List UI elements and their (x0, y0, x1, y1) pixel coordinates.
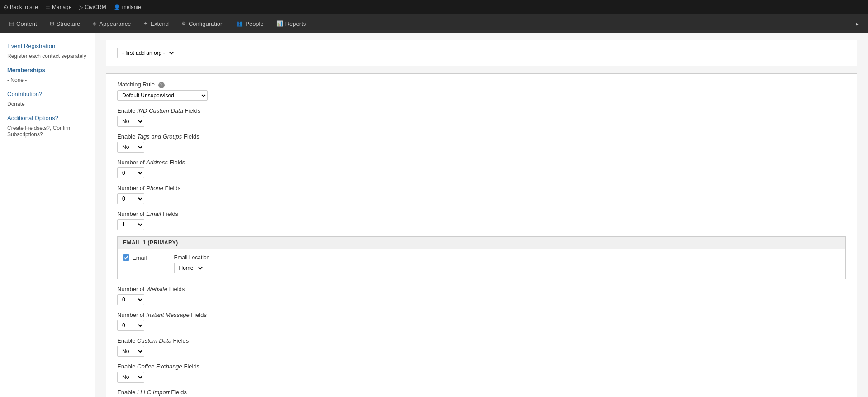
main-nav: ▤ Content ⊞ Structure ◈ Appearance ✦ Ext… (0, 14, 868, 33)
email-checkbox-label: Email (132, 254, 147, 261)
user-label: melanie (122, 4, 141, 10)
manage-menu[interactable]: ☰ Manage (45, 4, 71, 10)
enable-custom-data-select[interactable]: NoYes (117, 346, 144, 357)
matching-rule-label: Matching Rule ? (117, 81, 846, 88)
memberships-sub-label: - None - (7, 77, 27, 83)
civicrm-menu[interactable]: ▷ CiviCRM (79, 4, 106, 10)
num-website-select[interactable]: 012 (117, 294, 144, 305)
back-to-site[interactable]: ⊙ Back to site (4, 4, 38, 10)
email-location-select[interactable]: Home Work Other (174, 263, 204, 273)
email-location-group: Email Location Home Work Other (174, 254, 210, 273)
nav-content-label: Content (16, 20, 37, 27)
sidebar-item-contribution[interactable]: Contribution? (0, 88, 95, 100)
enable-ind-custom-group: Enable IND Custom Data Fields No Yes (117, 107, 846, 127)
num-phone-group: Number of Phone Fields 0123 (117, 185, 846, 204)
sidebar-additional-options-sub: Create Fieldsets?, Confirm Subscriptions… (0, 124, 95, 139)
additional-options-label: Additional Options? (7, 115, 58, 121)
num-email-group: Number of Email Fields 0123 (117, 210, 846, 230)
nav-right-toggle[interactable]: ▸ (850, 14, 864, 33)
num-email-select[interactable]: 0123 (117, 219, 144, 230)
home-icon: ⊙ (4, 4, 8, 10)
enable-custom-data-group: Enable Custom Data Fields NoYes (117, 337, 846, 357)
civicrm-label: CiviCRM (85, 4, 106, 10)
nav-extend-label: Extend (150, 20, 168, 27)
org-dropdown[interactable]: - first add an org - (117, 48, 175, 58)
form-area: Matching Rule ? Default Unsupervised Sup… (106, 73, 857, 397)
sidebar-event-registration-sub: Register each contact separately (0, 52, 95, 60)
enable-tags-groups-group: Enable Tags and Groups Fields No Yes (117, 133, 846, 153)
sidebar-item-event-registration[interactable]: Event Registration (0, 40, 95, 52)
admin-bar: ⊙ Back to site ☰ Manage ▷ CiviCRM 👤 mela… (0, 0, 868, 14)
enable-lllc-import-label: Enable LLLC Import Fields (117, 389, 846, 396)
email-section-title: EMAIL 1 (PRIMARY) (123, 239, 178, 246)
user-icon: 👤 (114, 4, 120, 10)
enable-coffee-exchange-select[interactable]: NoYes (117, 372, 144, 383)
appearance-icon: ◈ (93, 20, 97, 27)
content-icon: ▤ (9, 20, 14, 27)
contribution-label: Contribution? (7, 91, 42, 97)
num-address-group: Number of Address Fields 0123 (117, 159, 846, 178)
num-phone-select[interactable]: 0123 (117, 193, 144, 204)
contribution-sub-label: Donate (7, 101, 25, 107)
people-icon: 👥 (236, 20, 243, 27)
num-instant-message-group: Number of Instant Message Fields 012 (117, 311, 846, 331)
email-section-body: Email Email Location Home Work Other (118, 249, 845, 279)
event-registration-label: Event Registration (7, 43, 55, 49)
num-instant-message-label: Number of Instant Message Fields (117, 311, 846, 318)
email-section-header: EMAIL 1 (PRIMARY) (118, 237, 845, 249)
org-dropdown-area: - first add an org - (106, 40, 857, 66)
nav-people-label: People (245, 20, 263, 27)
num-email-label: Number of Email Fields (117, 210, 846, 217)
nav-content[interactable]: ▤ Content (4, 14, 43, 33)
num-instant-message-select[interactable]: 012 (117, 320, 144, 331)
extend-icon: ✦ (143, 20, 148, 27)
event-registration-sub-label: Register each contact separately (7, 53, 86, 59)
memberships-label: Memberships (7, 67, 45, 73)
enable-tags-groups-select[interactable]: No Yes (117, 142, 144, 153)
structure-icon: ⊞ (50, 20, 54, 27)
num-website-group: Number of Website Fields 012 (117, 286, 846, 305)
nav-configuration[interactable]: ⚙ Configuration (176, 14, 229, 33)
user-menu[interactable]: 👤 melanie (114, 4, 141, 10)
layout: Event Registration Register each contact… (0, 33, 868, 397)
additional-options-sub-label: Create Fieldsets?, Confirm Subscriptions… (7, 125, 72, 138)
nav-reports-label: Reports (285, 20, 306, 27)
back-to-site-label: Back to site (10, 4, 38, 10)
sidebar-item-memberships[interactable]: Memberships (0, 64, 95, 76)
matching-rule-select[interactable]: Default Unsupervised Supervised None (117, 90, 208, 101)
matching-rule-group: Matching Rule ? Default Unsupervised Sup… (117, 81, 846, 101)
nav-configuration-label: Configuration (189, 20, 223, 27)
nav-people[interactable]: 👥 People (231, 14, 269, 33)
sidebar-item-additional-options[interactable]: Additional Options? (0, 112, 95, 124)
num-address-label: Number of Address Fields (117, 159, 846, 166)
enable-coffee-exchange-group: Enable Coffee Exchange Fields NoYes (117, 363, 846, 383)
configuration-icon: ⚙ (181, 20, 186, 27)
email-location-label: Email Location (174, 254, 210, 261)
num-address-select[interactable]: 0123 (117, 167, 144, 178)
num-phone-label: Number of Phone Fields (117, 185, 846, 191)
enable-lllc-import-group: Enable LLLC Import Fields NoYes (117, 389, 846, 397)
sidebar-memberships-sub: - None - (0, 76, 95, 84)
nav-appearance[interactable]: ◈ Appearance (87, 14, 136, 33)
right-arrow-icon: ▸ (856, 20, 859, 27)
email-checkbox-row: Email (123, 254, 147, 261)
sidebar: Event Registration Register each contact… (0, 33, 95, 397)
matching-rule-help-icon[interactable]: ? (158, 82, 165, 88)
manage-label: Manage (52, 4, 71, 10)
enable-coffee-exchange-label: Enable Coffee Exchange Fields (117, 363, 846, 370)
nav-structure-label: Structure (57, 20, 81, 27)
enable-ind-custom-select[interactable]: No Yes (117, 116, 144, 127)
nav-extend[interactable]: ✦ Extend (138, 14, 174, 33)
sidebar-contribution-sub: Donate (0, 100, 95, 108)
main-content: - first add an org - Matching Rule ? Def… (95, 33, 868, 397)
civicrm-icon: ▷ (79, 4, 83, 10)
manage-icon: ☰ (45, 4, 50, 10)
enable-tags-groups-label: Enable Tags and Groups Fields (117, 133, 846, 140)
nav-reports[interactable]: 📊 Reports (271, 14, 312, 33)
enable-ind-custom-label: Enable IND Custom Data Fields (117, 107, 846, 114)
num-website-label: Number of Website Fields (117, 286, 846, 292)
email-checkbox[interactable] (123, 254, 129, 261)
email-section: EMAIL 1 (PRIMARY) Email Email Location H… (117, 236, 846, 279)
nav-structure[interactable]: ⊞ Structure (44, 14, 86, 33)
enable-custom-data-label: Enable Custom Data Fields (117, 337, 846, 344)
